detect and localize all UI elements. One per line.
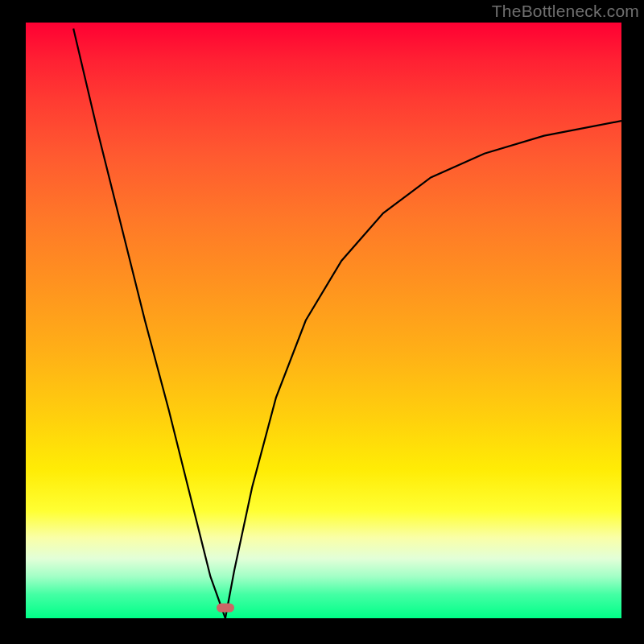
plot-area <box>26 23 621 618</box>
bottleneck-curve-left <box>73 28 225 618</box>
chart-container: TheBottleneck.com <box>0 0 644 644</box>
curve-svg <box>26 23 621 618</box>
watermark-text: TheBottleneck.com <box>492 2 639 21</box>
minimum-marker-icon <box>217 603 234 612</box>
bottleneck-curve-right <box>225 121 621 618</box>
